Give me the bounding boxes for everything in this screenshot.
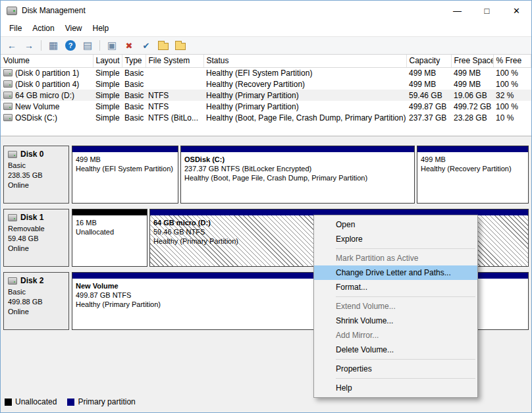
disk-icon — [8, 277, 17, 285]
menu-item-help[interactable]: Help — [314, 381, 477, 395]
menu-item-mark-partition-active: Mark Partition as Active — [314, 251, 477, 265]
help-icon[interactable]: ? — [65, 40, 76, 51]
cell-free-space: 499 MB — [451, 67, 493, 78]
menu-item-shrink-volume[interactable]: Shrink Volume... — [314, 314, 477, 328]
menu-item-change-drive-letter[interactable]: Change Drive Letter and Paths... — [314, 265, 477, 280]
maximize-button[interactable]: □ — [472, 1, 502, 20]
menu-item-open[interactable]: Open — [314, 217, 477, 232]
cell-layout: Simple — [93, 101, 122, 112]
toolbar-separator — [99, 40, 100, 51]
volume-icon — [3, 103, 13, 110]
partition-efi[interactable]: 499 MB Healthy (EFI System Partition) — [72, 146, 178, 204]
cell-layout: Simple — [93, 112, 122, 123]
toolbar-separator — [41, 40, 41, 51]
partition-color-bar — [181, 146, 414, 152]
menu-file[interactable]: File — [4, 22, 27, 35]
legend-primary-partition: Primary partition — [67, 397, 135, 406]
cell-pct-free: 32 % — [493, 90, 531, 101]
volume-name: 64 GB micro (D:) — [15, 91, 74, 100]
check-disk-icon[interactable]: ✔ — [139, 38, 153, 53]
col-status[interactable]: Status — [203, 55, 406, 67]
cell-free-space: 499 MB — [451, 78, 493, 90]
folder-search-icon[interactable] — [175, 43, 186, 50]
disk-status: Online — [8, 307, 65, 317]
partition-osdisk-c[interactable]: OSDisk (C:) 237.37 GB NTFS (BitLocker En… — [180, 146, 415, 204]
partition-color-bar — [72, 146, 178, 152]
disk-name: Disk 2 — [20, 276, 43, 286]
back-icon[interactable]: ← — [5, 38, 19, 53]
menu-item-add-mirror: Add Mirror... — [314, 328, 477, 343]
disk-icon — [8, 151, 17, 158]
partition-status: Healthy (EFI System Partition) — [76, 164, 174, 173]
legend-unallocated: Unallocated — [5, 397, 57, 406]
unallocated-swatch-icon — [5, 399, 12, 406]
col-pct-free[interactable]: % Free — [493, 55, 531, 67]
disk0-header[interactable]: Disk 0 Basic 238.35 GB Online — [3, 146, 69, 204]
cell-layout: Simple — [93, 78, 122, 90]
table-row[interactable]: New Volume Simple Basic NTFS Healthy (Pr… — [1, 101, 531, 112]
table-row-selected[interactable]: 64 GB micro (D:) Simple Basic NTFS Healt… — [1, 90, 531, 101]
col-capacity[interactable]: Capacity — [406, 55, 451, 67]
forward-icon[interactable]: → — [22, 38, 36, 53]
cell-pct-free: 100 % — [493, 67, 531, 78]
cell-pct-free: 100 % — [493, 101, 531, 112]
menu-item-format[interactable]: Format... — [314, 280, 477, 294]
menu-item-delete-volume[interactable]: Delete Volume... — [314, 343, 477, 357]
legend-label: Unallocated — [15, 397, 57, 406]
cell-type: Basic — [122, 90, 146, 101]
close-button[interactable]: ✕ — [502, 1, 531, 20]
disk2-header[interactable]: Disk 2 Basic 499.88 GB Online — [3, 272, 69, 330]
volume-list-pane: Volume Layout Type File System Status Ca… — [1, 55, 531, 136]
table-row[interactable]: (Disk 0 partition 4) Simple Basic Health… — [1, 78, 531, 90]
menu-separator — [336, 359, 475, 360]
primary-partition-swatch-icon — [67, 399, 74, 406]
volume-name: OSDisk (C:) — [15, 113, 57, 123]
disk-type: Removable — [8, 224, 65, 234]
console-tree-icon[interactable]: ▦ — [46, 38, 61, 53]
table-header-row: Volume Layout Type File System Status Ca… — [1, 55, 531, 67]
cell-status: Healthy (EFI System Partition) — [203, 67, 406, 78]
col-volume[interactable]: Volume — [1, 55, 93, 67]
cell-type: Basic — [122, 78, 146, 90]
title-bar: Disk Management — □ ✕ — [1, 1, 531, 20]
disk-type: Basic — [8, 287, 65, 297]
cell-capacity: 499.87 GB — [406, 101, 451, 112]
cell-pct-free: 10 % — [493, 112, 531, 123]
menu-item-properties[interactable]: Properties — [314, 362, 477, 376]
partition-unallocated[interactable]: 16 MB Unallocated — [72, 209, 147, 267]
menu-view[interactable]: View — [60, 22, 88, 35]
cell-status: Healthy (Recovery Partition) — [203, 78, 406, 90]
folder-open-icon[interactable] — [158, 43, 169, 50]
cell-file-system: NTFS (BitLo... — [146, 112, 203, 123]
col-free-space[interactable]: Free Space — [451, 55, 493, 67]
menu-separator — [336, 296, 475, 297]
menu-item-explore[interactable]: Explore — [314, 232, 477, 246]
cell-type: Basic — [122, 112, 146, 123]
partition-recovery[interactable]: 499 MB Healthy (Recovery Partition) — [417, 146, 529, 204]
minimize-button[interactable]: — — [442, 1, 472, 20]
show-list-icon[interactable]: ▤ — [80, 38, 95, 53]
table-row[interactable]: (Disk 0 partition 1) Simple Basic Health… — [1, 67, 531, 78]
delete-icon[interactable]: ✖ — [122, 38, 136, 53]
cell-layout: Simple — [93, 67, 122, 78]
disk1-header[interactable]: Disk 1 Removable 59.48 GB Online — [3, 209, 69, 267]
col-file-system[interactable]: File System — [146, 55, 203, 67]
menu-action[interactable]: Action — [27, 22, 59, 35]
action-pane-icon[interactable]: ▣ — [105, 38, 119, 53]
menu-help[interactable]: Help — [88, 22, 115, 35]
cell-pct-free: 100 % — [493, 78, 531, 90]
col-layout[interactable]: Layout — [93, 55, 122, 67]
cell-type: Basic — [122, 67, 146, 78]
partition-color-bar — [417, 146, 528, 152]
table-row[interactable]: OSDisk (C:) Simple Basic NTFS (BitLo... … — [1, 112, 531, 123]
disk-management-window: Disk Management — □ ✕ File Action View H… — [0, 0, 532, 413]
cell-status: Healthy (Primary Partition) — [203, 101, 406, 112]
cell-capacity: 59.46 GB — [406, 90, 451, 101]
disk0-partitions: 499 MB Healthy (EFI System Partition) OS… — [72, 146, 529, 204]
partition-status: Healthy (Boot, Page File, Crash Dump, Pr… — [184, 173, 411, 182]
disk-status: Online — [8, 180, 65, 190]
col-type[interactable]: Type — [122, 55, 146, 67]
disk-icon — [8, 214, 17, 221]
menu-separator — [336, 248, 475, 249]
disk-status: Online — [8, 244, 65, 254]
